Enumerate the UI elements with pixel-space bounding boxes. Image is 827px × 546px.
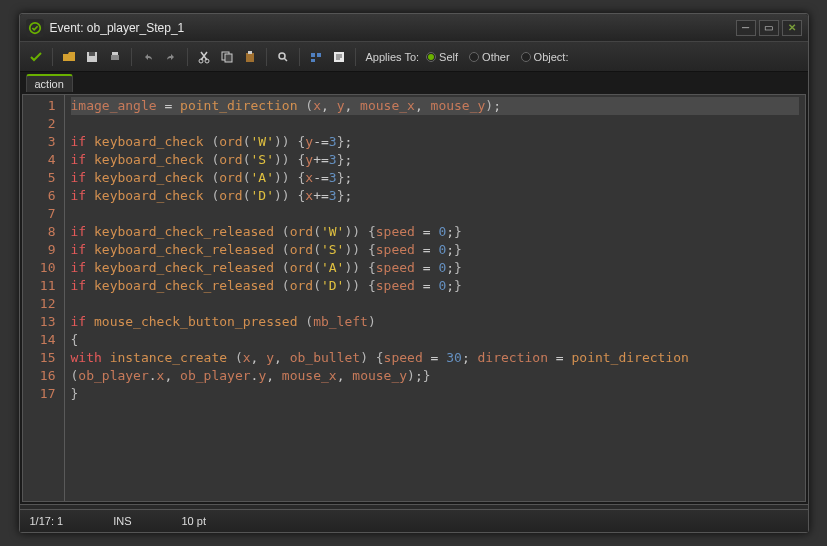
line-number: 7 — [23, 205, 64, 223]
line-number: 1 — [23, 97, 64, 115]
line-number: 16 — [23, 367, 64, 385]
svg-rect-2 — [89, 52, 95, 56]
app-icon — [26, 19, 44, 37]
open-button[interactable] — [59, 47, 79, 67]
code-line[interactable]: if keyboard_check (ord('S')) {y+=3}; — [71, 151, 799, 169]
svg-rect-12 — [311, 53, 315, 57]
code-area[interactable]: image_angle = point_direction (x, y, mou… — [65, 95, 805, 501]
radio-dot-icon — [426, 52, 436, 62]
script-button[interactable] — [329, 47, 349, 67]
code-editor-window: Event: ob_player_Step_1 ─ ▭ ✕ Applies To… — [19, 13, 809, 533]
toolbar-separator — [266, 48, 267, 66]
line-number: 12 — [23, 295, 64, 313]
line-number: 15 — [23, 349, 64, 367]
svg-rect-14 — [311, 59, 315, 62]
line-number: 8 — [23, 223, 64, 241]
code-line[interactable]: if keyboard_check (ord('W')) {y-=3}; — [71, 133, 799, 151]
line-gutter: 1234567891011121314151617 — [23, 95, 65, 501]
print-button[interactable] — [105, 47, 125, 67]
paste-button[interactable] — [240, 47, 260, 67]
code-line[interactable] — [71, 115, 799, 133]
statusbar: 1/17: 1 INS 10 pt — [20, 510, 808, 532]
code-line[interactable] — [71, 205, 799, 223]
line-number: 13 — [23, 313, 64, 331]
code-editor: 1234567891011121314151617 image_angle = … — [22, 94, 806, 502]
svg-rect-10 — [248, 51, 252, 54]
line-number: 6 — [23, 187, 64, 205]
tab-action[interactable]: action — [26, 74, 73, 92]
save-button[interactable] — [82, 47, 102, 67]
tab-bar: action — [20, 72, 808, 92]
svg-rect-9 — [246, 53, 254, 62]
radio-object-label: Object: — [534, 51, 569, 63]
code-line[interactable]: if keyboard_check (ord('D')) {x+=3}; — [71, 187, 799, 205]
status-mode: INS — [113, 515, 131, 527]
toolbar-separator — [131, 48, 132, 66]
line-number: 3 — [23, 133, 64, 151]
svg-rect-3 — [111, 55, 119, 60]
code-line[interactable]: if keyboard_check_released (ord('W')) {s… — [71, 223, 799, 241]
find-button[interactable] — [273, 47, 293, 67]
minimize-button[interactable]: ─ — [736, 20, 756, 36]
radio-self-label: Self — [439, 51, 458, 63]
toolbar-separator — [52, 48, 53, 66]
titlebar[interactable]: Event: ob_player_Step_1 ─ ▭ ✕ — [20, 14, 808, 42]
line-number: 11 — [23, 277, 64, 295]
toolbar: Applies To: Self Other Object: — [20, 42, 808, 72]
code-line[interactable]: if keyboard_check_released (ord('A')) {s… — [71, 259, 799, 277]
code-line[interactable]: image_angle = point_direction (x, y, mou… — [71, 97, 799, 115]
line-number: 17 — [23, 385, 64, 403]
radio-object[interactable]: Object: — [521, 51, 569, 63]
snippet-button[interactable] — [306, 47, 326, 67]
svg-rect-13 — [317, 53, 321, 57]
status-font: 10 pt — [181, 515, 205, 527]
line-number: 4 — [23, 151, 64, 169]
line-number: 10 — [23, 259, 64, 277]
code-line[interactable]: if keyboard_check_released (ord('D')) {s… — [71, 277, 799, 295]
code-line[interactable]: if keyboard_check (ord('A')) {x-=3}; — [71, 169, 799, 187]
code-line[interactable]: } — [71, 385, 799, 403]
radio-self[interactable]: Self — [426, 51, 458, 63]
redo-button[interactable] — [161, 47, 181, 67]
confirm-button[interactable] — [26, 47, 46, 67]
code-line[interactable] — [71, 295, 799, 313]
code-line[interactable]: (ob_player.x, ob_player.y, mouse_x, mous… — [71, 367, 799, 385]
applies-to-label: Applies To: — [366, 51, 420, 63]
code-line[interactable]: if mouse_check_button_pressed (mb_left) — [71, 313, 799, 331]
code-line[interactable]: with instance_create (x, y, ob_bullet) {… — [71, 349, 799, 367]
window-title: Event: ob_player_Step_1 — [50, 21, 736, 35]
toolbar-separator — [299, 48, 300, 66]
toolbar-separator — [187, 48, 188, 66]
close-button[interactable]: ✕ — [782, 20, 802, 36]
line-number: 14 — [23, 331, 64, 349]
line-number: 9 — [23, 241, 64, 259]
copy-button[interactable] — [217, 47, 237, 67]
radio-other-label: Other — [482, 51, 510, 63]
maximize-button[interactable]: ▭ — [759, 20, 779, 36]
code-line[interactable]: { — [71, 331, 799, 349]
undo-button[interactable] — [138, 47, 158, 67]
status-position: 1/17: 1 — [30, 515, 64, 527]
radio-other[interactable]: Other — [469, 51, 510, 63]
toolbar-separator — [355, 48, 356, 66]
radio-dot-icon — [469, 52, 479, 62]
code-line[interactable]: if keyboard_check_released (ord('S')) {s… — [71, 241, 799, 259]
line-number: 2 — [23, 115, 64, 133]
cut-button[interactable] — [194, 47, 214, 67]
window-controls: ─ ▭ ✕ — [736, 20, 802, 36]
svg-rect-8 — [225, 54, 232, 62]
svg-rect-4 — [112, 52, 118, 55]
radio-dot-icon — [521, 52, 531, 62]
line-number: 5 — [23, 169, 64, 187]
